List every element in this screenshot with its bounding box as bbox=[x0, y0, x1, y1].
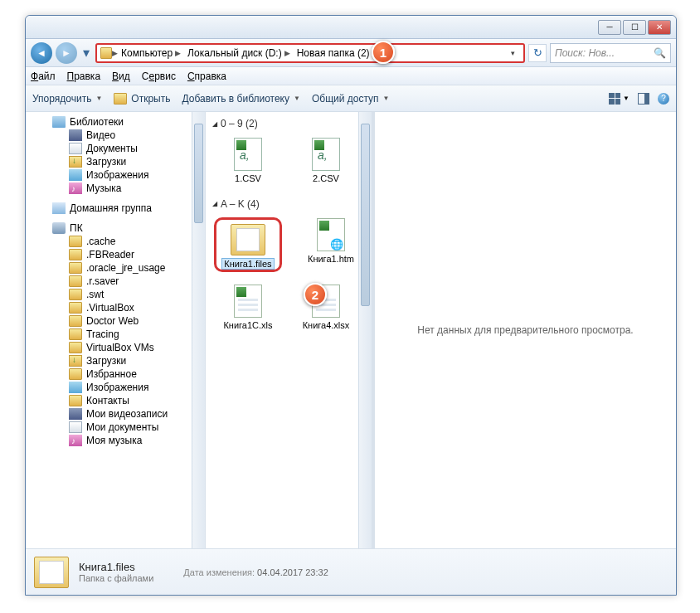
excel-icon bbox=[234, 285, 262, 318]
tree-videos[interactable]: Видео bbox=[26, 129, 205, 142]
tree-pictures[interactable]: Изображения bbox=[26, 168, 205, 182]
contacts-icon bbox=[69, 395, 82, 406]
preview-pane: Нет данных для предварительного просмотр… bbox=[375, 112, 676, 548]
tree-folder[interactable]: .cache bbox=[26, 235, 205, 248]
refresh-button[interactable]: ↻ bbox=[528, 44, 547, 62]
html-icon bbox=[317, 218, 345, 251]
image-icon bbox=[69, 169, 82, 181]
tree-folder[interactable]: .swt bbox=[26, 288, 205, 301]
folder-icon bbox=[231, 224, 265, 255]
files-scrollbar[interactable] bbox=[358, 112, 372, 548]
pc-icon bbox=[52, 222, 66, 234]
folder-icon bbox=[100, 47, 112, 59]
file-kniga1c-xls[interactable]: Книга1C.xls bbox=[219, 284, 277, 331]
crumb-new-folder[interactable]: Новая папка (2)▶ bbox=[294, 47, 382, 59]
selected-type: Папка с файлами bbox=[79, 573, 153, 583]
sidebar-scrollbar[interactable] bbox=[192, 112, 205, 548]
search-input[interactable]: Поиск: Нов... 🔍 bbox=[550, 43, 671, 63]
tree-folder[interactable]: Doctor Web bbox=[26, 314, 205, 328]
tree-folder[interactable]: VirtualBox VMs bbox=[26, 341, 205, 354]
command-bar: Упорядочить▼ Открыть Добавить в библиоте… bbox=[26, 85, 676, 112]
share-button[interactable]: Общий доступ▼ bbox=[312, 93, 390, 105]
tree-libraries[interactable]: Библиотеки bbox=[26, 115, 205, 129]
add-to-library-button[interactable]: Добавить в библиотеку▼ bbox=[182, 93, 299, 105]
tree-folder[interactable]: Изображения bbox=[26, 381, 205, 394]
search-placeholder: Поиск: Нов... bbox=[555, 47, 615, 59]
folder-icon bbox=[114, 93, 127, 105]
folder-icon bbox=[69, 302, 82, 314]
menu-help[interactable]: Справка bbox=[187, 71, 226, 82]
history-dropdown[interactable]: ▾ bbox=[80, 44, 92, 62]
group-0-9[interactable]: ◢0 – 9 (2) bbox=[212, 115, 365, 132]
download-icon bbox=[69, 156, 82, 168]
menu-edit[interactable]: Правка bbox=[67, 71, 101, 82]
tree-pc[interactable]: ПК bbox=[26, 221, 205, 235]
navigation-pane: Библиотеки Видео Документы Загрузки Изоб… bbox=[26, 112, 206, 548]
tree-folder[interactable]: Tracing bbox=[26, 328, 205, 341]
help-button[interactable]: ? bbox=[658, 93, 669, 105]
tree-folder[interactable]: .FBReader bbox=[26, 248, 205, 261]
tree-folder[interactable]: Загрузки bbox=[26, 354, 205, 367]
file-kniga1-files[interactable]: Книга1.files bbox=[219, 222, 277, 270]
group-a-k[interactable]: ◢A – K (4) bbox=[212, 196, 365, 212]
tree-folder[interactable]: Моя музыка bbox=[26, 434, 205, 447]
tree-folder[interactable]: Мои документы bbox=[26, 421, 205, 434]
search-icon: 🔍 bbox=[654, 47, 666, 59]
folder-icon bbox=[69, 236, 82, 247]
organize-button[interactable]: Упорядочить▼ bbox=[32, 93, 102, 105]
file-1-csv[interactable]: 1.CSV bbox=[219, 137, 277, 184]
menu-file[interactable]: Файл bbox=[31, 71, 56, 82]
tree-documents[interactable]: Документы bbox=[26, 142, 205, 155]
tree-music[interactable]: Музыка bbox=[26, 182, 205, 195]
close-button[interactable]: ✕ bbox=[648, 20, 671, 35]
folder-icon bbox=[69, 262, 82, 274]
csv-icon bbox=[234, 138, 262, 171]
navigation-bar: ◄ ► ▾ ▶ Компьютер▶ Локальный диск (D:)▶ … bbox=[26, 39, 676, 67]
libraries-icon bbox=[52, 116, 66, 128]
tree-folder[interactable]: .VirtualBox bbox=[26, 301, 205, 314]
homegroup-icon bbox=[52, 202, 66, 214]
crumb-computer[interactable]: Компьютер▶ bbox=[118, 47, 184, 59]
titlebar: ─ ☐ ✕ bbox=[26, 16, 676, 39]
selected-name: Книга1.files bbox=[79, 561, 153, 573]
back-button[interactable]: ◄ bbox=[31, 42, 52, 64]
preview-pane-button[interactable] bbox=[638, 93, 649, 105]
minimize-button[interactable]: ─ bbox=[598, 20, 621, 35]
address-dropdown[interactable]: ▾ bbox=[506, 49, 520, 57]
folder-icon bbox=[69, 275, 82, 287]
date-modified: Дата изменения: 04.04.2017 23:32 bbox=[183, 567, 328, 577]
view-mode-button[interactable]: ▼ bbox=[609, 93, 630, 105]
selection-highlight: Книга1.files bbox=[214, 217, 282, 273]
tree-folder[interactable]: Контакты bbox=[26, 394, 205, 407]
folder-thumbnail-icon bbox=[34, 557, 69, 588]
tree-folder[interactable]: .r.saver bbox=[26, 275, 205, 288]
csv-icon bbox=[312, 138, 340, 171]
file-list: ◢0 – 9 (2) 1.CSV 2.CSV ◢A – K (4) Книга1… bbox=[206, 112, 375, 548]
download-icon bbox=[69, 355, 82, 367]
address-bar[interactable]: ▶ Компьютер▶ Локальный диск (D:)▶ Новая … bbox=[95, 43, 525, 63]
folder-icon bbox=[69, 289, 82, 300]
explorer-window: ─ ☐ ✕ ◄ ► ▾ ▶ Компьютер▶ Локальный диск … bbox=[25, 15, 677, 596]
callout-1: 1 bbox=[372, 41, 395, 64]
document-icon bbox=[69, 143, 82, 154]
music-icon bbox=[69, 435, 82, 446]
menu-tools[interactable]: Сервис bbox=[142, 71, 176, 82]
tree-folder[interactable]: .oracle_jre_usage bbox=[26, 261, 205, 275]
menu-view[interactable]: Вид bbox=[112, 71, 130, 82]
tree-downloads[interactable]: Загрузки bbox=[26, 155, 205, 168]
video-icon bbox=[69, 129, 82, 141]
tree-folder[interactable]: Мои видеозаписи bbox=[26, 407, 205, 421]
tree-folder[interactable]: Избранное bbox=[26, 367, 205, 381]
folder-icon bbox=[69, 328, 82, 340]
file-kniga1-htm[interactable]: Книга1.htm bbox=[302, 217, 360, 273]
file-2-csv[interactable]: 2.CSV bbox=[297, 137, 355, 184]
favorites-icon bbox=[69, 368, 82, 380]
tree-homegroup[interactable]: Домашняя группа bbox=[26, 202, 205, 215]
crumb-drive-d[interactable]: Локальный диск (D:)▶ bbox=[184, 47, 294, 59]
folder-icon bbox=[69, 249, 82, 260]
callout-2: 2 bbox=[304, 283, 327, 306]
open-button[interactable]: Открыть bbox=[114, 93, 170, 105]
folder-icon bbox=[69, 315, 82, 327]
maximize-button[interactable]: ☐ bbox=[623, 20, 646, 35]
forward-button[interactable]: ► bbox=[56, 42, 77, 64]
